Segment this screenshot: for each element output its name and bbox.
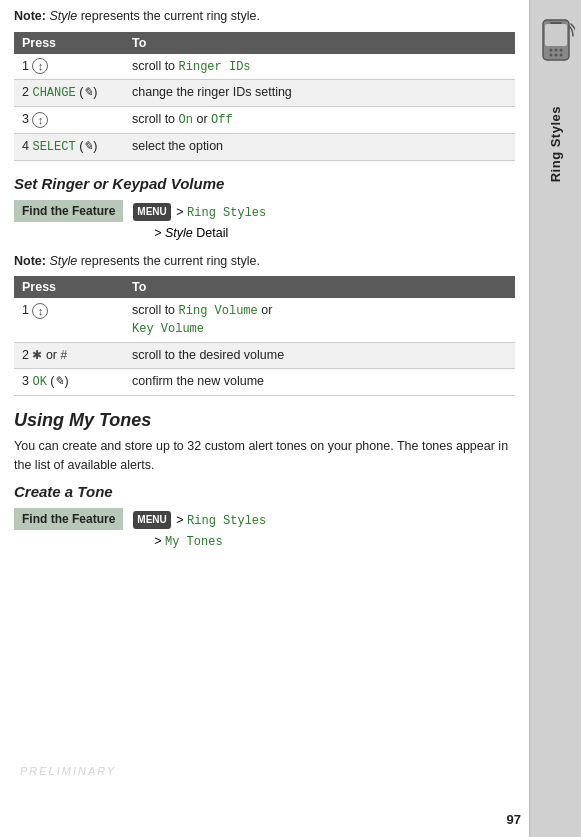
svg-point-5 — [559, 49, 562, 52]
table1-header-to: To — [124, 32, 515, 54]
draft-label: PRELIMINARY — [20, 765, 116, 777]
sidebar: Ring Styles — [529, 0, 581, 837]
ring-styles-text2: Ring Styles — [187, 514, 266, 528]
table1-row4-press: 4 SELECT (✎) — [14, 133, 124, 160]
find-feature2: Find the Feature MENU > Ring Styles > My… — [14, 508, 515, 554]
ring-volume-text: Ring Volume — [179, 304, 258, 318]
table-row: 3 ↕ scroll to On or Off — [14, 107, 515, 134]
middle-note: Note: Style represents the current ring … — [14, 253, 515, 271]
find-feature1: Find the Feature MENU > Ring Styles > St… — [14, 200, 515, 245]
table-row: 2 ✱ or # scroll to the desired volume — [14, 342, 515, 369]
table2-header-to: To — [124, 276, 515, 298]
select-text: SELECT — [32, 140, 75, 154]
table1: Press To 1 ↕ scroll to Ringer IDs 2 CHAN… — [14, 32, 515, 161]
table2-header-press: Press — [14, 276, 124, 298]
table1-row4-to: select the option — [124, 133, 515, 160]
table-row: 2 CHANGE (✎) change the ringer IDs setti… — [14, 80, 515, 107]
table1-row1-to: scroll to Ringer IDs — [124, 54, 515, 80]
top-note: Note: Style represents the current ring … — [14, 8, 515, 26]
table-row: 4 SELECT (✎) select the option — [14, 133, 515, 160]
find-feature2-label: Find the Feature — [14, 508, 123, 530]
table1-row2-to: change the ringer IDs setting — [124, 80, 515, 107]
section1-heading: Set Ringer or Keypad Volume — [14, 175, 515, 192]
scroll-icon2: ↕ — [32, 112, 48, 128]
sidebar-label: Ring Styles — [548, 106, 563, 182]
key-volume-text: Key Volume — [132, 322, 204, 336]
menu-icon1: MENU — [133, 203, 170, 221]
svg-point-3 — [549, 49, 552, 52]
table-row: 1 ↕ scroll to Ring Volume or Key Volume — [14, 298, 515, 342]
body-paragraph: You can create and store up to 32 custom… — [14, 437, 515, 475]
section2-heading: Using My Tones — [14, 410, 515, 431]
find-feature2-content: MENU > Ring Styles > My Tones — [123, 508, 276, 554]
star-key: ✱ — [32, 347, 42, 364]
pencil-icon: ✎ — [83, 85, 93, 99]
table2-row3-to: confirm the new volume — [124, 369, 515, 396]
section3-heading: Create a Tone — [14, 483, 515, 500]
table2-row1-to: scroll to Ring Volume or Key Volume — [124, 298, 515, 342]
pencil-icon2: ✎ — [83, 139, 93, 153]
ringer-ids-text: Ringer IDs — [179, 60, 251, 74]
svg-rect-1 — [545, 24, 567, 46]
detail-text1: Detail — [193, 226, 228, 240]
table2-row1-press: 1 ↕ — [14, 298, 124, 342]
table2-row2-press: 2 ✱ or # — [14, 342, 124, 369]
phone-icon — [537, 18, 575, 66]
svg-point-4 — [554, 49, 557, 52]
find-feature1-content: MENU > Ring Styles > Style Detail — [123, 200, 276, 245]
table2-row3-press: 3 OK (✎) — [14, 369, 124, 396]
my-tones-text: My Tones — [165, 535, 223, 549]
on-text: On — [179, 113, 193, 127]
table1-row2-press: 2 CHANGE (✎) — [14, 80, 124, 107]
scroll-icon: ↕ — [32, 58, 48, 74]
table1-row3-press: 3 ↕ — [14, 107, 124, 134]
page-container: Note: Style represents the current ring … — [0, 0, 581, 837]
table2: Press To 1 ↕ scroll to Ring Volume or Ke… — [14, 276, 515, 396]
main-content: Note: Style represents the current ring … — [0, 0, 529, 837]
ok-text: OK — [32, 375, 46, 389]
table2-row2-to: scroll to the desired volume — [124, 342, 515, 369]
menu-icon2: MENU — [133, 511, 170, 529]
table1-row3-to: scroll to On or Off — [124, 107, 515, 134]
table1-header-press: Press — [14, 32, 124, 54]
svg-rect-2 — [550, 22, 562, 24]
pencil-icon3: ✎ — [54, 374, 64, 388]
find-feature1-label: Find the Feature — [14, 200, 123, 222]
table-row: 3 OK (✎) confirm the new volume — [14, 369, 515, 396]
svg-point-7 — [554, 54, 557, 57]
ring-styles-text1: Ring Styles — [187, 206, 266, 220]
page-number: 97 — [507, 812, 521, 827]
change-text: CHANGE — [32, 86, 75, 100]
scroll-icon3: ↕ — [32, 303, 48, 319]
style-italic1: Style — [165, 226, 193, 240]
svg-point-8 — [559, 54, 562, 57]
svg-point-6 — [549, 54, 552, 57]
table-row: 1 ↕ scroll to Ringer IDs — [14, 54, 515, 80]
table1-row1-press: 1 ↕ — [14, 54, 124, 80]
hash-key: # — [61, 347, 68, 364]
off-text: Off — [211, 113, 233, 127]
